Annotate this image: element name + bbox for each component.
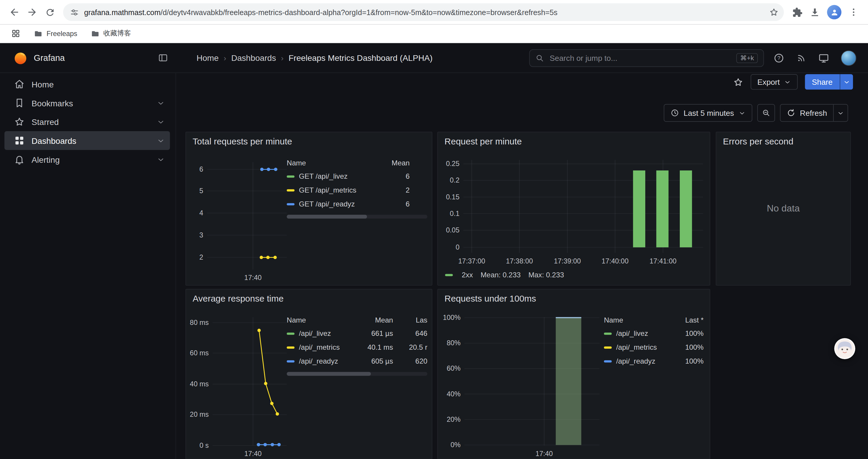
breadcrumb-dashboards[interactable]: Dashboards	[231, 53, 276, 63]
time-series-plot[interactable]: 80 ms60 ms40 ms20 ms0 s17:40	[191, 314, 290, 459]
help-icon[interactable]: ?	[773, 52, 784, 63]
favorite-star-icon[interactable]	[733, 77, 744, 88]
legend-stat-max: Max: 0.233	[528, 270, 564, 279]
forward-button[interactable]	[23, 3, 41, 21]
dashboard-toolbar: Export Share	[733, 73, 853, 90]
sidebar-item-dashboards[interactable]: Dashboards	[4, 131, 170, 150]
legend-header-name[interactable]: Name	[287, 159, 385, 167]
sidebar-item-label: Home	[32, 79, 54, 89]
legend-scrollbar-thumb[interactable]	[287, 215, 367, 219]
refresh-interval-dropdown[interactable]	[833, 104, 848, 121]
address-bar[interactable]: grafana.mathmast.com/d/deytv4rwavabkb/fr…	[63, 3, 784, 21]
user-avatar[interactable]	[841, 50, 856, 66]
chevron-down-icon[interactable]	[157, 99, 165, 107]
time-range-picker[interactable]: Last 5 minutes	[663, 104, 752, 122]
legend-header-name[interactable]: Name	[604, 316, 670, 324]
series-color-dash	[287, 360, 294, 362]
breadcrumb-separator: ›	[281, 54, 284, 62]
legend-scrollbar-thumb[interactable]	[287, 372, 371, 376]
dock-sidebar-icon[interactable]	[158, 53, 168, 63]
legend-header-mean[interactable]: Mean	[385, 159, 409, 167]
legend-header-mean[interactable]: Mean	[360, 316, 393, 324]
bookmark-folder-blog[interactable]: 收藏博客	[86, 27, 135, 40]
legend-scrollbar[interactable]	[287, 372, 428, 376]
assistant-avatar[interactable]	[834, 338, 855, 359]
panel-title[interactable]: Average response time	[193, 294, 284, 304]
bookmark-star-icon[interactable]	[766, 4, 781, 20]
bookmark-icon	[14, 97, 25, 108]
refresh-button[interactable]: Refresh	[780, 104, 833, 121]
bookmark-folder-freeleaps[interactable]: Freeleaps	[29, 28, 82, 40]
site-info-icon[interactable]	[70, 7, 79, 17]
panel-title[interactable]: Requests under 100ms	[445, 294, 536, 304]
legend-header-last[interactable]: Last *	[670, 316, 704, 324]
back-button[interactable]	[6, 3, 23, 21]
legend-scrollbar[interactable]	[287, 215, 428, 219]
bar-chart-plot[interactable]: 100%80%60%40%20%0%17:40	[442, 314, 603, 459]
sidebar-item-alerting[interactable]: Alerting	[4, 150, 170, 169]
breadcrumb-home[interactable]: Home	[196, 53, 219, 63]
export-button[interactable]: Export	[751, 74, 797, 90]
zoom-out-icon	[762, 108, 771, 117]
svg-text:?: ?	[777, 55, 780, 61]
grafana-logo[interactable]	[13, 51, 28, 65]
panel-title[interactable]: Request per minute	[445, 137, 522, 147]
share-button[interactable]: Share	[805, 74, 840, 90]
legend-header-name[interactable]: Name	[287, 316, 360, 324]
bookmark-folder-label: Freeleaps	[46, 30, 77, 37]
chevron-down-icon[interactable]	[157, 155, 165, 164]
breadcrumb-current: Freeleaps Metrics Dashboard (ALPHA)	[289, 53, 433, 63]
sidebar-item-home[interactable]: Home	[4, 75, 170, 94]
apps-grid-icon[interactable]	[6, 27, 25, 40]
legend-series-name[interactable]: /api/_livez	[299, 329, 360, 338]
search-box[interactable]: ⌘+k	[529, 49, 764, 67]
browser-menu-icon[interactable]	[845, 3, 862, 21]
sidebar-item-label: Starred	[32, 117, 59, 126]
share-dropdown-button[interactable]	[840, 74, 853, 90]
sidebar-item-bookmarks[interactable]: Bookmarks	[4, 94, 170, 112]
legend-series-name[interactable]: /api/_livez	[616, 329, 670, 338]
panel-title[interactable]: Total requests per minute	[193, 137, 292, 147]
legend-series-name[interactable]: GET /api/_livez	[299, 172, 385, 181]
legend-header-last[interactable]: Las	[393, 316, 427, 324]
legend-series-name[interactable]: /api/_metrics	[616, 343, 670, 352]
dashboard-content: Export Share	[176, 73, 868, 459]
monitor-icon[interactable]	[818, 52, 829, 63]
browser-profile-avatar[interactable]	[827, 5, 841, 20]
legend-row: /api/_readyz 605 µs 620	[287, 354, 428, 368]
legend-series-last: 20.5 r	[393, 343, 427, 352]
export-label: Export	[757, 77, 780, 86]
legend-series-name[interactable]: GET /api/_readyz	[299, 200, 385, 208]
legend-series-mean: 6	[385, 200, 409, 208]
legend-header: Name Mean Las	[287, 314, 428, 327]
panel-title[interactable]: Errors per second	[723, 137, 793, 147]
legend-series-name[interactable]: GET /api/_metrics	[299, 186, 385, 194]
legend-series-mean: 2	[385, 186, 409, 194]
series-color-dash	[287, 175, 294, 177]
chevron-down-icon[interactable]	[157, 136, 165, 145]
sidebar-item-starred[interactable]: Starred	[4, 112, 170, 131]
reload-button[interactable]	[41, 3, 59, 21]
legend-series-last: 100%	[670, 343, 704, 352]
legend-series-last: 620	[393, 357, 427, 365]
header-actions: ?	[773, 50, 857, 66]
legend-row: /api/_readyz 100%	[604, 354, 704, 368]
zoom-out-button[interactable]	[757, 104, 775, 122]
chevron-down-icon[interactable]	[157, 118, 165, 126]
time-series-plot[interactable]: 6543217:40	[191, 159, 290, 284]
browser-window: grafana.mathmast.com/d/deytv4rwavabkb/fr…	[0, 0, 868, 459]
legend-series-last: 100%	[670, 357, 704, 365]
legend-series-name[interactable]: /api/_metrics	[299, 343, 360, 352]
legend-stat-mean: Mean: 0.233	[481, 270, 521, 279]
downloads-icon[interactable]	[806, 3, 824, 21]
legend-series-name[interactable]: /api/_readyz	[616, 357, 670, 365]
search-icon	[535, 54, 544, 62]
extensions-icon[interactable]	[788, 3, 806, 21]
search-shortcut: ⌘+k	[736, 53, 758, 63]
news-rss-icon[interactable]	[796, 53, 807, 63]
legend-series-name[interactable]: 2xx	[462, 270, 473, 279]
bar-chart-plot[interactable]: 0.250.20.150.10.05017:37:0017:38:0017:39…	[442, 157, 706, 267]
series-color-dash	[604, 360, 612, 362]
legend-series-name[interactable]: /api/_readyz	[299, 357, 360, 365]
search-input[interactable]	[549, 53, 732, 63]
